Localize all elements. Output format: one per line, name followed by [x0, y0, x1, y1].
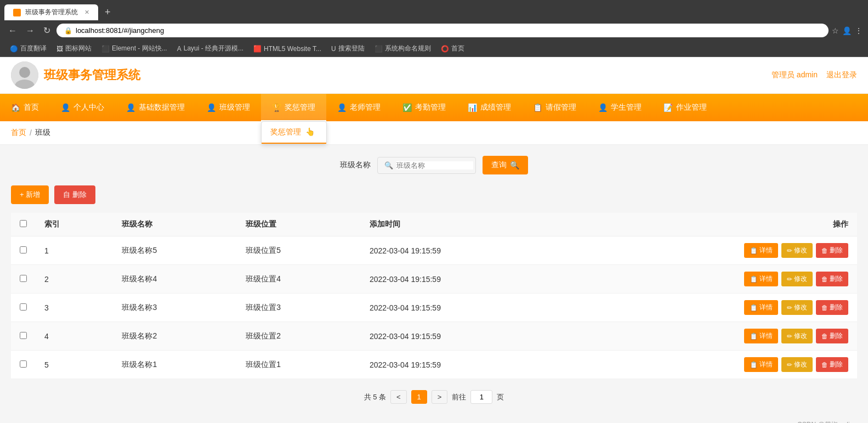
reward-icon: 🏆 — [272, 103, 281, 112]
nav-item-basic[interactable]: 👤 基础数据管理 — [115, 94, 196, 121]
row-location: 班级位置2 — [237, 322, 361, 351]
row-name: 班级名称2 — [113, 322, 237, 351]
logout-button[interactable]: 退出登录 — [826, 70, 857, 80]
nav-item-homework[interactable]: 📝 作业管理 — [653, 94, 718, 121]
nav-label-class: 班级管理 — [219, 103, 250, 112]
row-delete-button[interactable]: 🗑 删除 — [816, 300, 848, 315]
add-button[interactable]: + 新增 — [11, 185, 49, 204]
nav-item-student[interactable]: 👤 学生管理 — [587, 94, 653, 121]
bookmark-naming[interactable]: ⬛ 系统构命名规则 — [370, 43, 435, 54]
edit-button[interactable]: ✏ 修改 — [781, 272, 813, 286]
nav-label-reward: 奖惩管理 — [285, 103, 315, 112]
home-icon: 🏠 — [11, 103, 20, 112]
row-checkbox[interactable] — [20, 303, 27, 311]
row-checkbox-cell — [11, 294, 36, 322]
batch-delete-button[interactable]: 自 删除 — [54, 185, 95, 204]
row-actions-cell: 📋 详情 ✏ 修改 🗑 删除 — [570, 322, 857, 351]
row-delete-button[interactable]: 🗑 删除 — [816, 272, 848, 286]
delete-label: 自 删除 — [63, 190, 87, 200]
nav-item-attendance[interactable]: ✅ 考勤管理 — [392, 94, 457, 121]
user-icon: 👤 — [61, 103, 70, 112]
row-checkbox[interactable] — [20, 275, 27, 282]
row-delete-button[interactable]: 🗑 删除 — [816, 243, 848, 258]
bookmark-html5[interactable]: 🟥 HTML5 Website T... — [249, 44, 326, 54]
profile-btn[interactable]: 👤 — [842, 26, 852, 35]
url-bar[interactable]: 🔒 — [56, 24, 829, 37]
search-bar: 班级名称 🔍 查询 🔍 — [11, 156, 857, 174]
edit-button[interactable]: ✏ 修改 — [781, 243, 813, 258]
prev-page-btn[interactable]: < — [390, 390, 407, 404]
edit-button[interactable]: ✏ 修改 — [781, 329, 813, 343]
forward-btn[interactable]: → — [23, 25, 37, 37]
edit-button[interactable]: ✏ 修改 — [781, 300, 813, 315]
class-name-input[interactable] — [396, 161, 473, 170]
row-checkbox[interactable] — [20, 332, 27, 339]
bookmark-icon: A — [177, 45, 181, 53]
nav-bar: 🏠 首页 👤 个人中心 👤 基础数据管理 👤 班级管理 🏆 奖惩管理 奖惩管理 … — [0, 94, 868, 121]
nav-item-personal[interactable]: 👤 个人中心 — [50, 94, 115, 121]
row-checkbox-cell — [11, 236, 36, 265]
row-name: 班级名称4 — [113, 265, 237, 294]
nav-item-home[interactable]: 🏠 首页 — [0, 94, 50, 121]
nav-item-teacher[interactable]: 👤 老师管理 — [326, 94, 392, 121]
edit-icon: ✏ — [787, 361, 792, 369]
bookmarks-bar: 🔵 百度翻译 🖼 图标网站 ⬛ Element - 网站快... A Layui… — [0, 41, 868, 57]
url-input[interactable] — [76, 26, 821, 35]
row-location: 班级位置4 — [237, 265, 361, 294]
page-jump-input[interactable] — [470, 390, 492, 404]
refresh-btn[interactable]: ↻ — [41, 24, 53, 37]
page-1-btn[interactable]: 1 — [411, 390, 427, 404]
breadcrumb-home[interactable]: 首页 — [11, 128, 26, 138]
back-btn[interactable]: ← — [5, 25, 20, 37]
menu-btn[interactable]: ⋮ — [855, 26, 863, 35]
bookmark-label: 系统构命名规则 — [385, 44, 431, 53]
bookmark-layui[interactable]: A Layui - 经典开源模... — [173, 43, 248, 54]
search-button[interactable]: 查询 🔍 — [483, 156, 528, 174]
star-btn[interactable]: ☆ — [832, 26, 839, 35]
row-delete-button[interactable]: 🗑 删除 — [816, 357, 848, 372]
search-label: 班级名称 — [340, 160, 371, 170]
bookmark-element[interactable]: ⬛ Element - 网站快... — [97, 43, 172, 54]
bookmark-icons[interactable]: 🖼 图标网站 — [52, 43, 96, 54]
next-page-btn[interactable]: > — [432, 390, 448, 404]
nav-item-reward[interactable]: 🏆 奖惩管理 奖惩管理 👆 — [261, 94, 326, 121]
select-all-checkbox[interactable] — [20, 220, 27, 227]
nav-item-leave[interactable]: 📋 请假管理 — [522, 94, 587, 121]
col-time: 添加时间 — [361, 213, 570, 236]
detail-button[interactable]: 📋 详情 — [744, 329, 778, 343]
detail-button[interactable]: 📋 详情 — [744, 243, 778, 258]
bookmark-home[interactable]: ⭕ 首页 — [436, 43, 469, 54]
nav-label-student: 学生管理 — [611, 103, 642, 112]
page-suffix: 页 — [497, 392, 504, 402]
table-row: 3 班级名称3 班级位置3 2022-03-04 19:15:59 📋 详情 ✏… — [11, 294, 857, 322]
bookmark-icon: 🖼 — [56, 45, 63, 53]
row-checkbox[interactable] — [20, 360, 27, 368]
detail-button[interactable]: 📋 详情 — [744, 300, 778, 315]
row-index: 5 — [36, 351, 113, 379]
user-label: 管理员 admin — [771, 70, 818, 80]
row-checkbox-cell — [11, 351, 36, 379]
new-tab-btn[interactable]: + — [100, 5, 115, 19]
row-location: 班级位置5 — [237, 236, 361, 265]
lock-icon: 🔒 — [64, 27, 72, 35]
col-index: 索引 — [36, 213, 113, 236]
basic-icon: 👤 — [126, 103, 135, 112]
row-actions-cell: 📋 详情 ✏ 修改 🗑 删除 — [570, 265, 857, 294]
detail-button[interactable]: 📋 详情 — [744, 357, 778, 372]
breadcrumb: 首页 / 班级 — [0, 121, 868, 145]
edit-button[interactable]: ✏ 修改 — [781, 357, 813, 372]
nav-item-class[interactable]: 👤 班级管理 — [196, 94, 261, 121]
bookmark-search[interactable]: U 搜索登陆 — [327, 43, 369, 54]
nav-item-score[interactable]: 📊 成绩管理 — [457, 94, 522, 121]
bookmark-baidu[interactable]: 🔵 百度翻译 — [5, 43, 51, 54]
dropdown-item-reward-mgmt[interactable]: 奖惩管理 👆 — [262, 122, 326, 144]
row-name: 班级名称3 — [113, 294, 237, 322]
row-delete-button[interactable]: 🗑 删除 — [816, 329, 848, 343]
browser-tab-active[interactable]: 班级事务管理系统 ✕ — [4, 4, 98, 20]
detail-icon: 📋 — [750, 304, 758, 312]
nav-label-home: 首页 — [24, 103, 39, 112]
detail-button[interactable]: 📋 详情 — [744, 272, 778, 286]
row-checkbox[interactable] — [20, 246, 27, 253]
row-time: 2022-03-04 19:15:59 — [361, 322, 570, 351]
tab-close-btn[interactable]: ✕ — [84, 9, 89, 16]
